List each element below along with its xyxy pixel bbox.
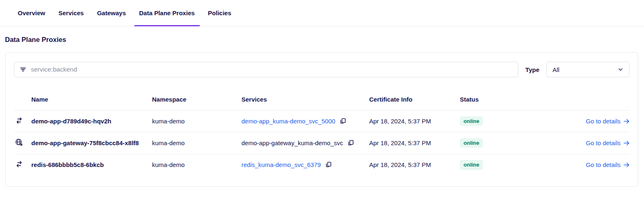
go-to-details-link[interactable]: Go to details	[586, 161, 630, 168]
data-plane-proxies-card: Type All Name Namespace Services Certifi…	[5, 52, 638, 187]
proxy-name: demo-app-gateway-75f8cbcc84-x8lf8	[31, 139, 139, 146]
proxy-namespace: kuma-demo	[152, 161, 185, 168]
arrow-right-icon	[623, 162, 630, 168]
proxy-name: redis-686bbbb5c8-6bkcb	[31, 161, 104, 168]
tab-policies[interactable]: Policies	[203, 0, 237, 26]
col-header-name: Name	[31, 88, 152, 110]
proxy-table-wrap: Name Namespace Services Certificate Info…	[6, 88, 638, 176]
gateway-icon	[15, 138, 23, 146]
go-to-details-label: Go to details	[586, 161, 621, 168]
col-header-details	[553, 88, 630, 110]
search-box[interactable]	[14, 62, 518, 77]
certificate-date: Apr 18, 2024, 5:37 PM	[369, 118, 431, 125]
filter-icon	[20, 66, 26, 73]
tab-bar: Overview Services Gateways Data Plane Pr…	[0, 0, 644, 26]
tab-gateways[interactable]: Gateways	[92, 0, 131, 26]
copy-icon[interactable]	[340, 118, 347, 125]
status-badge: online	[460, 138, 483, 148]
tab-data-plane-proxies[interactable]: Data Plane Proxies	[134, 0, 200, 26]
status-badge: online	[460, 116, 483, 126]
certificate-date: Apr 18, 2024, 5:37 PM	[369, 161, 431, 168]
arrow-right-icon	[623, 140, 630, 146]
proxy-icon	[15, 161, 23, 167]
page-title: Data Plane Proxies	[5, 36, 644, 44]
chevron-down-icon	[618, 67, 623, 72]
go-to-details-label: Go to details	[586, 118, 621, 125]
tab-overview[interactable]: Overview	[13, 0, 50, 26]
col-header-services: Services	[241, 88, 369, 110]
service-name[interactable]: demo-app_kuma-demo_svc_5000	[241, 118, 335, 125]
tab-services[interactable]: Services	[54, 0, 89, 26]
table-row: demo-app-d789d49c-hqv2h kuma-demo demo-a…	[14, 110, 630, 132]
col-header-status: Status	[460, 88, 553, 110]
table-row: demo-app-gateway-75f8cbcc84-x8lf8 kuma-d…	[14, 132, 630, 154]
col-header-icon	[14, 88, 31, 110]
status-badge: online	[460, 160, 483, 170]
copy-icon[interactable]	[325, 161, 332, 168]
proxy-icon	[15, 117, 23, 124]
col-header-certificate-info: Certificate Info	[369, 88, 460, 110]
col-header-namespace: Namespace	[152, 88, 241, 110]
filter-row: Type All	[6, 62, 638, 77]
arrow-right-icon	[623, 118, 630, 124]
certificate-date: Apr 18, 2024, 5:37 PM	[369, 139, 431, 146]
copy-icon[interactable]	[347, 139, 354, 146]
go-to-details-label: Go to details	[586, 139, 621, 146]
proxy-namespace: kuma-demo	[152, 139, 185, 146]
type-label: Type	[525, 66, 539, 73]
table-row: redis-686bbbb5c8-6bkcb kuma-demo redis_k…	[14, 154, 630, 176]
proxy-name: demo-app-d789d49c-hqv2h	[31, 118, 111, 125]
proxy-table: Name Namespace Services Certificate Info…	[14, 88, 630, 176]
type-select[interactable]: All	[546, 62, 630, 77]
proxy-namespace: kuma-demo	[152, 118, 185, 125]
go-to-details-link[interactable]: Go to details	[586, 118, 630, 125]
service-name[interactable]: redis_kuma-demo_svc_6379	[241, 161, 321, 168]
search-input[interactable]	[31, 66, 513, 73]
service-name[interactable]: demo-app-gateway_kuma-demo_svc	[241, 139, 343, 146]
go-to-details-link[interactable]: Go to details	[586, 139, 630, 146]
proxy-table-body: demo-app-d789d49c-hqv2h kuma-demo demo-a…	[14, 110, 630, 176]
table-header-row: Name Namespace Services Certificate Info…	[14, 88, 630, 110]
type-select-value: All	[553, 66, 560, 73]
